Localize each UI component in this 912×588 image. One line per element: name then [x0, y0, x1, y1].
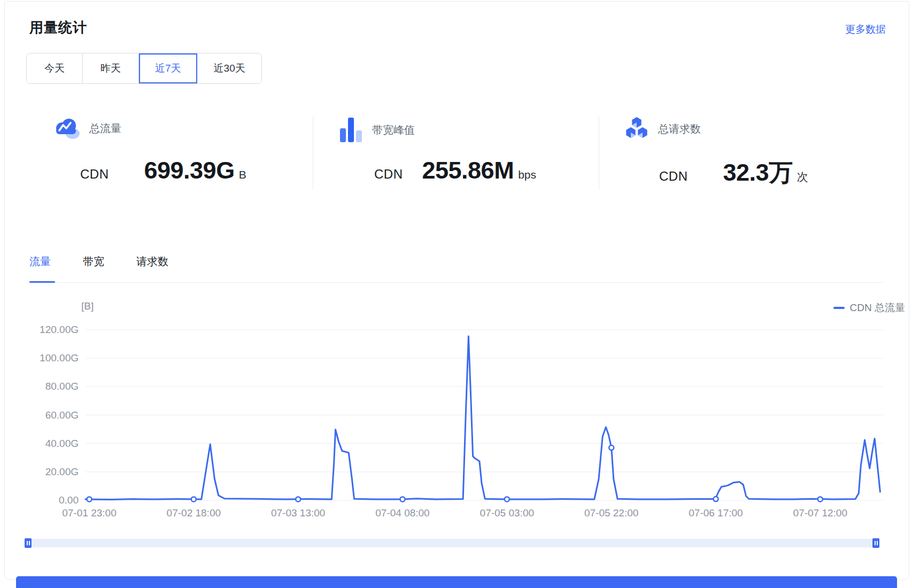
y-tick-label: 60.00G [20, 409, 79, 421]
data-point-marker [714, 497, 718, 501]
data-point-marker [87, 497, 92, 501]
datazoom-left-handle[interactable] [25, 538, 32, 548]
datazoom-right-handle[interactable] [872, 538, 879, 548]
x-tick-label: 07-02 18:00 [143, 507, 244, 519]
y-tick-label: 0.00 [20, 494, 79, 506]
x-tick-label: 07-01 23:00 [38, 507, 140, 519]
usage-chart-svg[interactable] [0, 0, 912, 588]
y-tick-label: 40.00G [20, 438, 79, 450]
data-point-marker [609, 445, 614, 450]
y-tick-label: 80.00G [20, 381, 79, 392]
x-tick-label: 07-05 22:00 [561, 507, 662, 519]
data-point-marker [296, 497, 300, 501]
y-tick-label: 20.00G [20, 466, 79, 478]
bottom-bar-partial[interactable] [16, 576, 897, 588]
data-point-marker [818, 497, 823, 501]
data-point-marker [400, 497, 405, 501]
y-tick-label: 100.00G [20, 352, 79, 364]
x-tick-label: 07-06 17:00 [665, 507, 767, 519]
datazoom-track[interactable] [25, 539, 879, 547]
x-tick-label: 07-04 08:00 [352, 507, 453, 519]
x-tick-label: 07-03 13:00 [248, 507, 349, 519]
y-tick-label: 120.00G [20, 324, 79, 336]
data-point-marker [191, 497, 196, 501]
data-point-marker [505, 497, 509, 501]
series-line-cdn-traffic [86, 336, 880, 499]
x-tick-label: 07-07 12:00 [769, 507, 871, 519]
x-tick-label: 07-05 03:00 [456, 507, 558, 519]
